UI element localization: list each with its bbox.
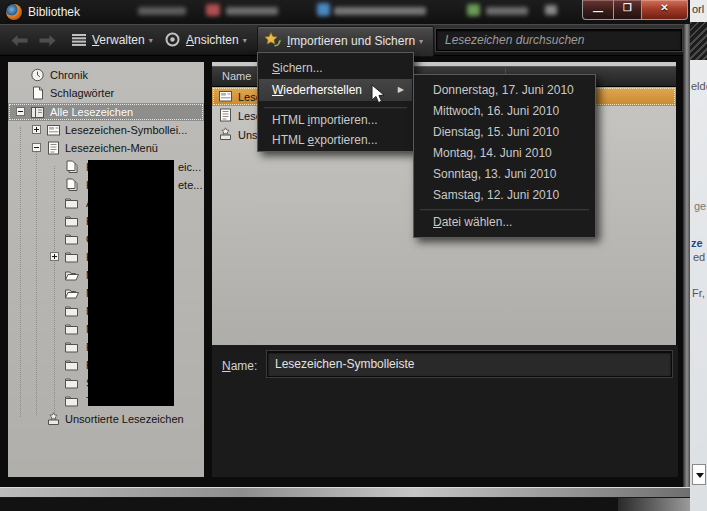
folder-icon <box>64 304 79 318</box>
blurred-tab-text <box>486 7 528 15</box>
folder-icon <box>64 196 79 210</box>
menu-separator <box>420 209 589 211</box>
submenu-item-backup-date[interactable]: Sonntag, 13. Juni 2010 <box>415 164 594 185</box>
chevron-down-icon: ▾ <box>149 36 153 45</box>
library-icon <box>30 105 45 119</box>
maximize-button[interactable]: ❒ <box>613 0 642 20</box>
verwalten-label: Verwalten <box>92 33 145 47</box>
menu-item-wiederherstellen[interactable]: Wiederherstellen ▶ <box>259 79 412 101</box>
close-button[interactable]: ✕ <box>641 0 688 20</box>
name-column-header[interactable]: Name <box>222 70 251 82</box>
mouse-cursor <box>371 84 385 104</box>
window-right-border <box>683 24 690 487</box>
tree-item-chronik[interactable]: Chronik <box>8 66 204 84</box>
background-text: orl <box>692 3 704 15</box>
menu-item-html-exportieren[interactable]: HTML exportieren... <box>259 130 412 151</box>
expand-expander-icon[interactable] <box>50 252 59 261</box>
verwalten-button[interactable]: Verwalten▾ <box>72 27 153 53</box>
import-und-sichern-label: Importieren und Sichern <box>287 34 415 48</box>
window-title: Bibliothek <box>28 5 80 19</box>
list-lines-icon <box>72 34 86 46</box>
tree-item-menue[interactable]: Lesezeichen-Menü <box>8 139 204 157</box>
tree-item-schlagwoerter[interactable]: Schlagwörter <box>8 84 204 102</box>
blurred-favicon <box>545 5 557 15</box>
ansichten-label: Ansichten <box>186 33 239 47</box>
name-input[interactable] <box>267 351 672 377</box>
folder-open-icon <box>64 268 79 282</box>
blurred-tab-text <box>138 7 186 15</box>
menu-item-sichern[interactable]: Sichern... <box>259 58 412 79</box>
redaction-overlay <box>88 160 174 406</box>
toolbar-icon <box>218 89 233 103</box>
folder-icon <box>64 358 79 372</box>
expand-expander-icon[interactable] <box>32 125 41 134</box>
pages-icon <box>64 178 79 192</box>
background-text: Fr, <box>692 287 705 299</box>
collapse-expander-icon[interactable] <box>32 143 41 152</box>
ansichten-button[interactable]: Ansichten▾ <box>165 27 247 53</box>
close-icon: ✕ <box>642 2 687 13</box>
submenu-item-backup-date[interactable]: Mittwoch, 16. Juni 2010 <box>415 101 594 122</box>
submenu-item-backup-date[interactable]: Montag, 14. Juni 2010 <box>415 143 594 164</box>
unsorted-icon <box>218 127 233 141</box>
maximize-icon: ❒ <box>614 2 641 13</box>
folder-icon <box>64 214 79 228</box>
unsorted-icon <box>46 412 61 426</box>
import-sichern-menu: Sichern... Wiederherstellen ▶ HTML impor… <box>257 52 414 152</box>
background-text: ed <box>693 251 705 263</box>
folder-icon <box>64 376 79 390</box>
menu-list-icon <box>218 108 233 122</box>
screen: orl elde ge ze ed Fr, Bibliothek — ❒ <box>0 0 707 511</box>
submenu-arrow-icon: ▶ <box>398 79 404 101</box>
tree-item-unsortiert[interactable]: Unsortierte Lesezeichen <box>8 410 204 428</box>
name-field-label: Name: <box>222 359 257 373</box>
submenu-item-backup-date[interactable]: Samstag, 12. Juni 2010 <box>415 185 594 206</box>
titlebar: Bibliothek — ❒ ✕ <box>0 0 690 24</box>
folder-icon <box>64 394 79 408</box>
folder-open-icon <box>64 286 79 300</box>
blurred-favicon <box>317 3 330 16</box>
blurred-favicon <box>206 4 220 16</box>
wiederherstellen-submenu: Donnerstag, 17. Juni 2010 Mittwoch, 16. … <box>413 74 596 238</box>
menu-item-html-importieren[interactable]: HTML importieren... <box>259 110 412 131</box>
chevron-down-icon: ▾ <box>419 37 423 46</box>
window-corner-shadow <box>618 498 690 511</box>
minimize-icon: — <box>583 6 613 17</box>
target-circles-icon <box>165 32 180 47</box>
blurred-tab-text <box>334 7 426 15</box>
background-bottom <box>0 498 690 511</box>
caret-down-icon <box>696 473 704 478</box>
folder-icon <box>64 250 79 264</box>
search-input[interactable] <box>436 29 682 51</box>
submenu-item-backup-date[interactable]: Donnerstag, 17. Juni 2010 <box>415 80 594 101</box>
toolbar-icon <box>46 123 61 137</box>
menu-separator <box>264 107 407 109</box>
submenu-item-backup-date[interactable]: Dienstag, 15. Juni 2010 <box>415 122 594 143</box>
folder-icon <box>64 232 79 246</box>
clock-icon <box>30 68 45 82</box>
background-text: elde <box>691 80 707 92</box>
folder-icon <box>64 340 79 354</box>
blurred-tab-text <box>226 7 278 15</box>
firefox-icon <box>6 4 22 20</box>
tag-page-icon <box>30 86 45 100</box>
tree-item-symbolleiste[interactable]: Lesezeichen-Symbollei... <box>8 121 204 139</box>
collapse-expander-icon[interactable] <box>16 107 25 116</box>
background-dropdown-button[interactable] <box>692 464 706 485</box>
background-text: ze <box>691 237 703 249</box>
folder-icon <box>64 322 79 336</box>
background-text: ge <box>694 200 706 212</box>
hatch-pattern <box>690 22 707 60</box>
background-window-strip: orl elde ge ze ed Fr, <box>690 0 707 511</box>
submenu-item-datei-waehlen[interactable]: Datei wählen... <box>415 212 594 233</box>
chevron-down-icon: ▾ <box>243 36 247 45</box>
menu-list-icon <box>46 141 61 155</box>
window-bottom-border <box>0 487 690 498</box>
minimize-button[interactable]: — <box>582 0 614 20</box>
tree-item-alle-lesezeichen[interactable]: Alle Lesezeichen <box>8 103 204 121</box>
back-button[interactable] <box>10 33 29 48</box>
forward-button[interactable] <box>38 33 57 48</box>
star-sync-icon <box>264 32 281 48</box>
detail-pane: Name: <box>212 345 678 477</box>
blurred-favicon <box>467 4 480 16</box>
